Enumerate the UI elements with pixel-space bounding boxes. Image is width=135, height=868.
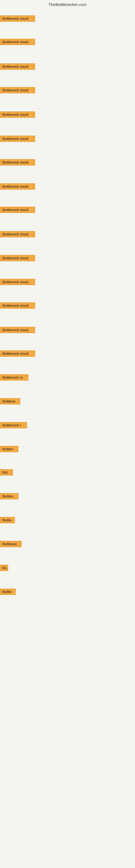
bottleneck-badge[interactable]: Bottleneck result — [0, 39, 35, 45]
bottleneck-item-16: Bottleneck re — [0, 374, 28, 382]
bottleneck-item-4: Bottleneck result — [0, 87, 35, 94]
bottleneck-badge[interactable]: Bottle — [0, 517, 15, 523]
bottleneck-item-25: Bottle — [0, 589, 16, 596]
bottleneck-item-24: Bo — [0, 565, 8, 572]
bottleneck-badge[interactable]: Bottleneck result — [0, 207, 35, 213]
bottleneck-badge[interactable]: Bottleneck result — [0, 350, 35, 357]
bottleneck-badge[interactable]: Bottlen — [0, 493, 18, 499]
bottleneck-badge[interactable]: Bottleneck result — [0, 112, 35, 118]
bottleneck-item-21: Bottlen — [0, 493, 18, 500]
bottleneck-item-12: Bottleneck result — [0, 279, 35, 286]
bottleneck-badge[interactable]: Bottleneck result — [0, 255, 35, 261]
bottleneck-badge[interactable]: Bottleneck result — [0, 63, 35, 70]
bottleneck-badge[interactable]: Bottleneck result — [0, 303, 35, 309]
bottleneck-badge[interactable]: Bottle — [0, 589, 16, 595]
bottleneck-badge[interactable]: Bottlen — [0, 446, 18, 452]
bottleneck-item-11: Bottleneck result — [0, 255, 35, 262]
bottleneck-item-8: Bottleneck result — [0, 183, 35, 191]
bottleneck-badge[interactable]: Bottleneck result — [0, 16, 35, 22]
bottleneck-item-20: Bot — [0, 469, 13, 476]
bottleneck-badge[interactable]: Bottleneck result — [0, 183, 35, 190]
bottleneck-badge[interactable]: Bottleneck result — [0, 279, 35, 285]
bottleneck-badge[interactable]: Bottleneck result — [0, 327, 35, 333]
bottleneck-badge[interactable]: Bottleneck result — [0, 159, 35, 165]
bottleneck-badge[interactable]: Bottlenec — [0, 541, 21, 547]
bottleneck-badge[interactable]: Bottleneck result — [0, 231, 35, 237]
bottleneck-badge[interactable]: Bottlene — [0, 398, 20, 404]
bottleneck-item-18: Bottleneck r — [0, 422, 27, 429]
site-title: TheBottlenecker.com — [49, 2, 87, 7]
bottleneck-badge[interactable]: Bottleneck result — [0, 87, 35, 93]
bottleneck-badge[interactable]: Bot — [0, 469, 13, 475]
bottleneck-badge[interactable]: Bottleneck re — [0, 374, 28, 380]
bottleneck-item-10: Bottleneck result — [0, 231, 35, 239]
bottleneck-badge[interactable]: Bottleneck result — [0, 135, 35, 142]
bottleneck-badge[interactable]: Bottleneck r — [0, 422, 27, 428]
bottleneck-item-17: Bottlene — [0, 398, 20, 405]
bottleneck-item-15: Bottleneck result — [0, 350, 35, 358]
bottleneck-item-3: Bottleneck result — [0, 63, 35, 71]
bottleneck-item-1: Bottleneck result — [0, 16, 35, 23]
site-header: TheBottlenecker.com — [0, 0, 135, 8]
bottleneck-item-2: Bottleneck result — [0, 39, 35, 46]
bottleneck-item-22: Bottle — [0, 517, 15, 524]
bottleneck-item-13: Bottleneck result — [0, 303, 35, 310]
bottleneck-item-14: Bottleneck result — [0, 327, 35, 334]
bottleneck-item-7: Bottleneck result — [0, 159, 35, 166]
bottleneck-item-5: Bottleneck result — [0, 112, 35, 119]
bottleneck-item-19: Bottlen — [0, 446, 18, 453]
bottleneck-item-23: Bottlenec — [0, 541, 21, 548]
bottleneck-badge[interactable]: Bo — [0, 565, 8, 571]
bottleneck-item-9: Bottleneck result — [0, 207, 35, 214]
bottleneck-item-6: Bottleneck result — [0, 135, 35, 143]
